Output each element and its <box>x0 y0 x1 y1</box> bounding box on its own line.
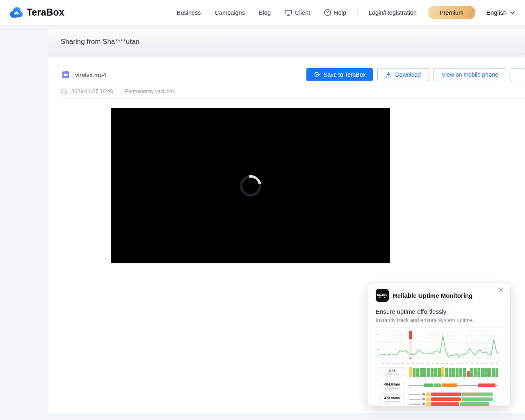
upzilo-logo: upzilo <box>376 289 389 302</box>
uptime-cell-green <box>431 368 434 377</box>
file-info: viralvx.mp4 <box>62 68 106 81</box>
view-on-mobile-button[interactable]: View on mobile phone <box>434 68 507 81</box>
ad-stat-card: 0.96 <box>379 367 405 377</box>
action-buttons: Save to TeraBox Download View on mobile … <box>306 68 525 81</box>
view-mobile-button-label: View on mobile phone <box>442 71 498 78</box>
nav-divider <box>357 9 358 17</box>
uptime-cell-green <box>463 368 466 377</box>
download-button[interactable]: Download <box>377 68 429 81</box>
language-selector[interactable]: English <box>486 9 515 16</box>
uptime-cell-green <box>456 368 459 377</box>
uptime-cell-yellow <box>441 367 444 377</box>
nav-item-campaigns[interactable]: Campaigns <box>215 9 245 16</box>
nav-item-label: Help <box>334 9 346 16</box>
uptime-cell-green <box>445 368 448 377</box>
region-row <box>409 393 498 396</box>
ad-chart-axis-ticks <box>383 362 498 365</box>
help-icon <box>324 9 331 16</box>
ad-stat-card: 473.96ms <box>379 394 405 404</box>
nav-item-label: Client <box>295 9 310 16</box>
nav-links: Business Campaigns Blog Client Help <box>177 9 346 16</box>
nav-item-help[interactable]: Help <box>324 9 346 16</box>
ad-subline: Instantly track and ensure system uptime <box>376 317 502 323</box>
loading-spinner <box>236 171 265 200</box>
download-icon <box>386 72 392 78</box>
share-header-band: Sharing from Sha****utan <box>48 29 525 55</box>
ad-header: upzilo Reliable Uptime Monitoring <box>376 289 502 302</box>
close-icon[interactable]: ✕ <box>498 287 504 294</box>
uptime-cell-green <box>427 368 430 377</box>
ad-uptime-ticks <box>409 378 498 380</box>
flag-icon <box>422 403 425 405</box>
nav-item-blog[interactable]: Blog <box>259 9 271 16</box>
nav-item-client[interactable]: Client <box>285 9 310 16</box>
file-row: viralvx.mp4 Save to TeraBox <box>48 68 525 81</box>
client-monitor-icon <box>285 9 292 16</box>
latency-segment <box>424 383 433 387</box>
section-divider <box>61 98 525 99</box>
file-meta-row: 2023-11-27 10:46 Permanently valid link <box>61 88 175 94</box>
ad-stat-cards: 0.96 484.04ms 473.96ms <box>379 367 405 406</box>
ad-preview-bottom: 0.96 484.04ms 473.96ms <box>376 367 502 406</box>
ad-popup: ✕ upzilo Reliable Uptime Monitoring Ensu… <box>367 283 511 406</box>
flag-icon <box>422 398 425 400</box>
language-label: English <box>486 9 507 16</box>
flag-icon <box>422 393 425 395</box>
uptime-cell-green <box>474 368 477 377</box>
uptime-cell-green <box>481 368 484 377</box>
uptime-cell-yellow <box>409 367 412 377</box>
share-title: Sharing from Sha****utan <box>61 38 139 46</box>
terabox-cloud-icon <box>10 7 23 18</box>
latency-segment <box>478 383 496 387</box>
ad-line-chart <box>376 329 502 362</box>
brand-name: TeraBox <box>27 7 64 18</box>
ad-stat-value: 484.04ms <box>380 382 404 386</box>
uptime-cell-green <box>438 368 441 377</box>
uptime-cell-green <box>459 368 462 377</box>
nav-item-business[interactable]: Business <box>177 9 201 16</box>
ad-bars-column <box>409 367 498 406</box>
ad-headline: Ensure uptime effortlessly <box>376 308 502 315</box>
latency-segment <box>442 383 457 387</box>
ad-stat-value: 0.96 <box>380 369 404 373</box>
share-timestamp: 2023-11-27 10:46 <box>71 88 113 94</box>
ad-dashboard-preview[interactable]: 0.96 484.04ms 473.96ms <box>376 327 502 399</box>
navbar: TeraBox Business Campaigns Blog Client <box>0 0 525 25</box>
video-file-icon <box>62 71 69 78</box>
chevron-down-icon <box>510 11 515 14</box>
save-to-terabox-button[interactable]: Save to TeraBox <box>306 68 373 81</box>
login-registration-link[interactable]: Login/Registration <box>369 9 417 16</box>
nav-item-label: Business <box>177 9 201 16</box>
uptime-cell-green <box>449 368 452 377</box>
save-button-label: Save to TeraBox <box>324 71 365 78</box>
uptime-cell-green <box>434 368 437 377</box>
latency-segment <box>434 383 441 387</box>
upzilo-logo-text: upzilo <box>377 292 388 297</box>
region-row <box>409 402 498 406</box>
uptime-cell-green <box>484 368 487 377</box>
video-player[interactable] <box>111 108 390 263</box>
terabox-logo[interactable]: TeraBox <box>10 7 64 18</box>
region-row <box>409 397 498 401</box>
premium-button[interactable]: Premium <box>428 6 475 19</box>
ad-stat-card: 484.04ms <box>379 381 405 390</box>
uptime-cell-green <box>413 368 415 377</box>
ad-latency-ticks <box>409 388 498 389</box>
nav-item-label: Blog <box>259 9 271 16</box>
ad-latency-bar <box>409 383 498 387</box>
report-button[interactable]: Report <box>511 68 525 81</box>
clock-icon <box>61 89 67 94</box>
save-export-icon <box>314 71 320 78</box>
link-validity: Permanently valid link <box>125 89 175 94</box>
uptime-cell-green <box>470 368 473 377</box>
ad-stat-value: 473.96ms <box>380 396 404 400</box>
uptime-cell-green <box>420 368 422 377</box>
ad-region-rows <box>409 393 498 406</box>
nav-right: Login/Registration Premium English <box>369 6 515 19</box>
uptime-cell-green <box>452 368 455 377</box>
download-button-label: Download <box>395 71 420 78</box>
uptime-cell-green <box>416 368 419 377</box>
nav-item-label: Campaigns <box>215 9 245 16</box>
uptime-cell-green <box>423 368 426 377</box>
uptime-cell-green <box>495 368 498 377</box>
